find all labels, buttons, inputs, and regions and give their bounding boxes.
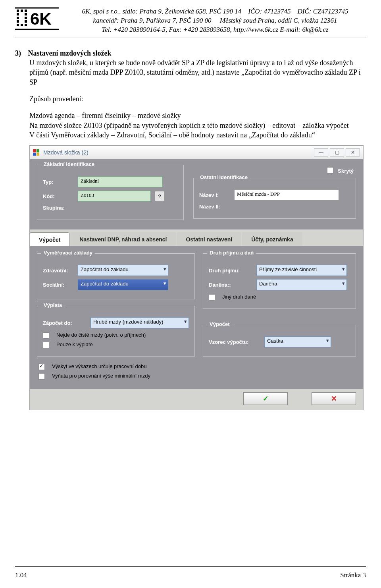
jiny-label: Jiný druh daně — [222, 294, 256, 300]
skupina-label: Skupina: — [43, 205, 74, 211]
vzorec-select[interactable]: Castka — [264, 336, 331, 347]
kod-label: Kód: — [43, 193, 74, 199]
druh-select[interactable]: Příjmy ze závislé činnosti — [256, 265, 347, 276]
footer-left: 1.04 — [15, 571, 27, 579]
svg-rect-3 — [25, 10, 27, 12]
header-line3: Tel. +420 283890164-5, Fax: +420 2838936… — [64, 25, 366, 35]
zapocet-label: Zápočet do: — [43, 320, 87, 326]
danena-select[interactable]: Daněna — [256, 279, 347, 290]
logo-6k: 6K — [15, 7, 59, 32]
svg-rect-5 — [25, 17, 27, 19]
legend-vyplata: Výplata — [41, 302, 64, 308]
group-vz: Vyměřovací základy Zdravotní: Započítat … — [37, 253, 195, 299]
app-window: Mzdová složka (2) — ▢ ✕ Základní identif… — [29, 145, 364, 410]
header-dic: DIČ: CZ47123745 — [298, 8, 348, 15]
svg-rect-4 — [17, 17, 19, 19]
header-ico: IČO: 47123745 — [248, 8, 291, 15]
close-button[interactable]: ✕ — [346, 148, 360, 156]
section-title: Nastavení mzdových složek — [28, 49, 112, 57]
page-header: 6K 6K, spol s r.o., sídlo: Praha 9, Želk… — [15, 7, 366, 35]
pouze-label: Pouze k výplatě — [56, 341, 93, 347]
svg-rect-2 — [21, 10, 23, 12]
legend-vz: Vyměřovací základy — [41, 250, 95, 256]
svg-rect-7 — [21, 24, 23, 26]
header-line2-right: Městský soud Praha, oddíl C, vložka 1236… — [220, 17, 337, 24]
footer-right: Stránka 3 — [340, 571, 366, 579]
legend-other-ident: Ostatní identifikace — [198, 174, 250, 180]
typ-input[interactable]: Základní — [78, 176, 163, 187]
druh-label: Druh příjmu: — [209, 268, 252, 274]
legend-basic-ident: Základní identifikace — [41, 161, 97, 167]
header-line1-left: 6K, spol s r.o., sídlo: Praha 9, Želkovi… — [82, 8, 241, 15]
header-rule — [15, 37, 366, 37]
app-icon — [33, 149, 39, 156]
titlebar: Mzdová složka (2) — ▢ ✕ — [30, 146, 363, 159]
tab-panel-vypocet: Vyměřovací základy Zdravotní: Započítat … — [30, 246, 363, 389]
typ-label: Typ: — [43, 179, 74, 185]
danena-label: Daněna:: — [209, 282, 252, 288]
group-basic-ident: Základní identifikace Typ: Základní Kód:… — [37, 165, 184, 220]
skryty-label: Skrytý — [338, 168, 354, 174]
kod-lookup-button[interactable]: ? — [155, 191, 164, 201]
vyskyt-checkbox[interactable] — [38, 364, 45, 370]
svg-rect-6 — [17, 24, 19, 26]
vzorec-label: Vzorec výpočtu: — [209, 339, 260, 345]
socialni-label: Sociální: — [43, 282, 74, 288]
nejde-checkbox[interactable] — [43, 332, 49, 339]
method-label: Způsob provedení: — [29, 94, 366, 104]
zdravotni-select[interactable]: Započítat do základu — [78, 265, 168, 276]
svg-rect-11 — [25, 13, 27, 15]
method-line-2: Na mzdové složce Z0103 (případně na vytv… — [29, 121, 366, 130]
tab-bar: Výpočet Nastavení DNP, náhrad a absencí … — [30, 229, 363, 246]
page-footer: 1.04 Stránka 3 — [15, 571, 366, 579]
tab-dnp[interactable]: Nastavení DNP, náhrad a absencí — [70, 232, 176, 246]
legend-vypocet2: Výpočet — [207, 321, 232, 327]
nazev2-label: Název II: — [199, 204, 230, 210]
method-line-1: Mzdová agenda – firemní číselníky – mzdo… — [29, 111, 366, 120]
tab-ucty[interactable]: Účty, poznámka — [242, 232, 302, 246]
section-3: 3) Nastavení mzdových složek U mzdových … — [15, 48, 366, 140]
nejde-label: Nejde do čisté mzdy (potvr. o příjmech) — [56, 332, 146, 338]
skryty-checkbox[interactable] — [327, 167, 333, 174]
group-vypocet2: Výpočet Vzorec výpočtu: Castka — [203, 325, 356, 357]
header-text: 6K, spol s r.o., sídlo: Praha 9, Želkovi… — [64, 7, 366, 35]
group-vyplata: Výplata Zápočet do: Hrubé mzdy (mzdové n… — [37, 306, 195, 357]
svg-rect-1 — [17, 10, 19, 12]
method-line-3: V části Vyměřovací základy – Zdravotní, … — [29, 130, 366, 140]
cancel-button[interactable]: ✕ — [312, 392, 356, 405]
section-para1: U mzdových složek, u kterých se bude nov… — [29, 58, 366, 87]
jiny-checkbox[interactable] — [209, 294, 215, 301]
vynata-checkbox[interactable] — [38, 373, 45, 380]
header-line2-left: kancelář: Praha 9, Paříkova 7, PSČ 190 0… — [93, 17, 212, 24]
svg-rect-9 — [17, 13, 19, 15]
minimize-button[interactable]: — — [314, 148, 328, 156]
pouze-checkbox[interactable] — [43, 342, 49, 348]
cross-icon: ✕ — [331, 394, 337, 403]
svg-text:6K: 6K — [30, 10, 52, 28]
footer-rule — [15, 566, 366, 567]
nazev1-input[interactable]: Měsíční mzda - DPP — [234, 189, 339, 200]
svg-rect-10 — [17, 20, 19, 23]
group-other-ident: Ostatní identifikace Název I: Měsíční mz… — [193, 178, 356, 219]
tab-vypocet[interactable]: Výpočet — [30, 232, 69, 246]
tab-ostatni[interactable]: Ostatní nastavení — [177, 232, 241, 246]
vynata-label: Vyňata pro porovnání výše minimální mzdy — [52, 373, 150, 379]
checkmark-icon: ✓ — [263, 394, 269, 403]
zapocet-select[interactable]: Hrubé mzdy (mzdové náklady) — [90, 317, 189, 328]
svg-rect-8 — [25, 24, 27, 26]
zdravotni-label: Zdravotní: — [43, 268, 74, 274]
group-druh: Druh příjmu a daň Druh příjmu: Příjmy ze… — [203, 253, 356, 309]
socialni-select[interactable]: Započítat do základu — [78, 279, 168, 290]
ok-button[interactable]: ✓ — [243, 392, 288, 405]
section-number: 3) — [15, 48, 26, 58]
maximize-button[interactable]: ▢ — [330, 148, 344, 156]
window-title: Mzdová složka (2) — [43, 149, 89, 156]
svg-rect-12 — [25, 20, 27, 23]
nazev1-label: Název I: — [199, 192, 230, 198]
legend-druh: Druh příjmu a daň — [207, 250, 256, 256]
vyskyt-label: Výskyt ve výkazech určuje pracovní dobu — [52, 363, 146, 369]
kod-input[interactable]: Z0103 — [78, 191, 151, 202]
action-bar: ✓ ✕ — [30, 389, 363, 410]
